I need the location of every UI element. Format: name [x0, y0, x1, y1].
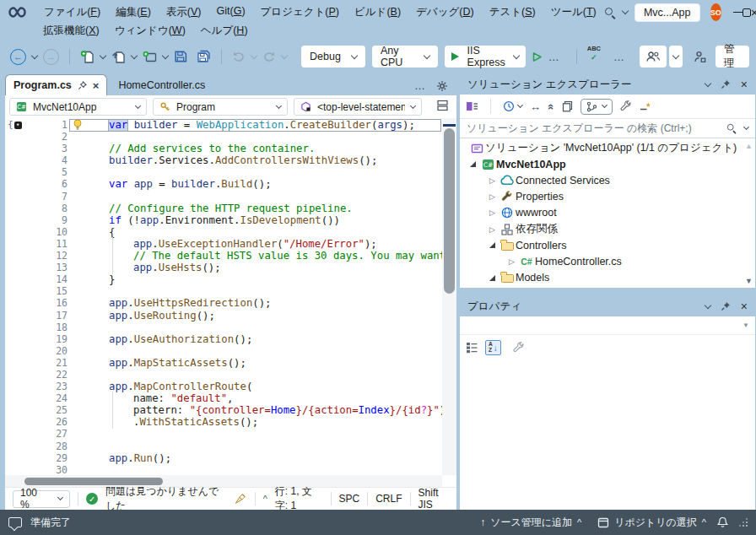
breakpoint-margin[interactable] — [5, 440, 30, 452]
code-line[interactable]: 30 — [5, 464, 442, 475]
redo-chevron-icon[interactable] — [281, 51, 288, 58]
tree-item[interactable]: ▷Connected Services — [460, 172, 755, 188]
menu-project[interactable]: プロジェクト(P) — [253, 5, 347, 19]
toolbar-overflow-button[interactable]: … — [548, 51, 560, 63]
code-line[interactable]: 17app.UseRouting(); — [5, 310, 442, 322]
code-line[interactable]: 29app.Run(); — [5, 452, 442, 464]
breakpoint-margin[interactable] — [5, 404, 30, 416]
line-column-indicator[interactable]: 行: 1, 文字: 1 — [275, 484, 323, 513]
select-repository-button[interactable]: リポジトリの選択 ^ — [592, 516, 711, 530]
lightbulb-icon[interactable] — [73, 119, 83, 131]
expanded-icon[interactable] — [486, 242, 499, 248]
code-area[interactable]: {▾1var builder = WebApplication.CreateBu… — [5, 118, 456, 487]
breakpoint-margin[interactable] — [5, 285, 30, 297]
show-all-files-icon[interactable] — [640, 101, 651, 111]
panel-close-icon[interactable]: × — [741, 78, 748, 91]
undo-chevron-icon[interactable] — [251, 51, 257, 58]
tab-homecontroller-cs[interactable]: HomeController.cs — [107, 74, 216, 95]
properties-wrench-icon[interactable] — [620, 100, 632, 112]
feedback-bubble-icon[interactable] — [8, 517, 22, 527]
menu-edit[interactable]: 編集(E) — [108, 5, 159, 19]
breakpoint-margin[interactable] — [5, 154, 30, 166]
breakpoint-margin[interactable] — [5, 238, 30, 250]
code-line[interactable]: 2 — [5, 131, 442, 143]
tree-item[interactable]: C#MvcNet10App — [460, 156, 755, 172]
code-line[interactable]: 24 name: "default", — [5, 392, 442, 404]
tab-close-icon[interactable]: × — [93, 79, 100, 92]
pin-icon[interactable] — [721, 301, 731, 311]
view-selector-button[interactable] — [580, 99, 613, 115]
tree-item[interactable]: Models — [460, 270, 755, 286]
start-without-debugging-button[interactable] — [528, 46, 546, 68]
code-line[interactable]: 7 — [5, 191, 442, 203]
properties-object-dropdown[interactable]: ▼ — [460, 316, 755, 335]
tree-scroll-down-icon[interactable]: ▼ — [745, 277, 753, 285]
code-line[interactable]: 27 — [5, 428, 442, 440]
split-editor-button[interactable] — [436, 100, 452, 114]
project-dropdown[interactable]: C# MvcNet10App — [9, 98, 147, 116]
code-line[interactable]: 12 // The default HSTS value is 30 days.… — [5, 250, 442, 262]
account-button[interactable] — [690, 46, 710, 68]
code-line[interactable]: 9if (!app.Environment.IsDevelopment()) — [5, 214, 442, 226]
collapsed-icon[interactable]: ▷ — [486, 208, 499, 217]
code-line[interactable]: 16app.UseHttpsRedirection(); — [5, 297, 442, 309]
code-line[interactable]: 11 app.UseExceptionHandler("/Home/Error"… — [5, 238, 442, 250]
breakpoint-margin[interactable] — [5, 369, 30, 381]
code-line[interactable]: 20 — [5, 345, 442, 357]
breakpoint-margin[interactable] — [5, 464, 30, 475]
type-dropdown[interactable]: Program — [153, 98, 288, 116]
open-file-button[interactable] — [108, 46, 129, 68]
tree-item[interactable]: ▷依存関係 — [460, 221, 755, 237]
problems-status[interactable]: 問題は見つかりませんでした — [105, 484, 227, 513]
breakpoint-margin[interactable] — [5, 297, 30, 309]
editor-settings-gear-icon[interactable] — [436, 80, 448, 92]
search-icon[interactable] — [726, 123, 737, 133]
tab-program-cs[interactable]: Program.cs × — [5, 74, 107, 95]
panel-options-chevron-icon[interactable] — [705, 301, 711, 308]
expand-status-chevron[interactable]: ^ — [263, 494, 267, 504]
breakpoint-margin[interactable] — [5, 178, 30, 190]
zoom-dropdown[interactable]: 100 % — [13, 490, 70, 508]
menu-view[interactable]: 表示(V) — [159, 5, 209, 19]
breakpoint-margin[interactable]: {▾ — [5, 119, 30, 131]
live-share-chevron-button[interactable] — [669, 46, 683, 68]
breakpoint-margin[interactable] — [5, 428, 30, 440]
solution-explorer-titlebar[interactable]: ソリューション エクスプローラー × — [460, 74, 755, 95]
code-line[interactable]: 3// Add services to the container. — [5, 143, 442, 154]
breakpoint-margin[interactable] — [5, 345, 30, 357]
vertical-scrollbar[interactable] — [442, 118, 456, 475]
breakpoint-margin[interactable] — [5, 203, 30, 214]
menu-help[interactable]: ヘルプ(H) — [193, 24, 256, 38]
pending-changes-filter-button[interactable] — [503, 100, 522, 112]
collapse-all-icon[interactable]: « — [545, 103, 558, 109]
breakpoint-margin[interactable] — [5, 131, 30, 143]
tree-item[interactable]: ソリューション 'MvcNet10App' (1/1 のプロジェクト) — [460, 140, 755, 156]
breakpoint-margin[interactable] — [5, 214, 30, 226]
member-dropdown[interactable]: <top-level-statemen — [294, 98, 422, 116]
code-line[interactable]: 5 — [5, 166, 442, 178]
code-line[interactable]: 25 pattern: "{controller=Home}/{action=I… — [5, 404, 442, 416]
search-chevron-icon[interactable] — [622, 8, 629, 14]
resize-grip[interactable] — [739, 518, 748, 527]
menu-file[interactable]: ファイル(F) — [36, 5, 108, 19]
alphabetical-sort-button[interactable]: AZ ↓ — [485, 340, 501, 355]
breakpoint-margin[interactable] — [5, 166, 30, 178]
line-ending-indicator[interactable]: CRLF — [375, 493, 402, 505]
pin-icon[interactable] — [78, 81, 87, 90]
redo-button[interactable] — [259, 46, 279, 68]
menu-debug[interactable]: デバッグ(D) — [408, 5, 482, 19]
code-line[interactable]: 14} — [5, 273, 442, 285]
notifications-bell-icon[interactable] — [717, 516, 728, 528]
tree-item[interactable]: ▷wwwroot — [460, 205, 755, 221]
code-line[interactable]: 10{ — [5, 226, 442, 238]
search-icon[interactable] — [604, 7, 616, 19]
breakpoint-margin[interactable] — [5, 226, 30, 238]
title-search-box[interactable]: Mvc...App — [634, 3, 700, 22]
breakpoint-margin[interactable] — [5, 262, 30, 273]
breakpoint-margin[interactable] — [5, 381, 30, 392]
add-to-source-control-button[interactable]: ↑ ソース管理に追加 ^ — [475, 516, 586, 530]
switch-views-icon[interactable] — [466, 100, 478, 112]
titlebar[interactable]: ファイル(F)編集(E)表示(V)Git(G)プロジェクト(P)ビルド(B)デバ… — [0, 0, 756, 39]
collapsed-icon[interactable]: ▷ — [486, 176, 499, 185]
pin-icon[interactable] — [721, 79, 731, 89]
